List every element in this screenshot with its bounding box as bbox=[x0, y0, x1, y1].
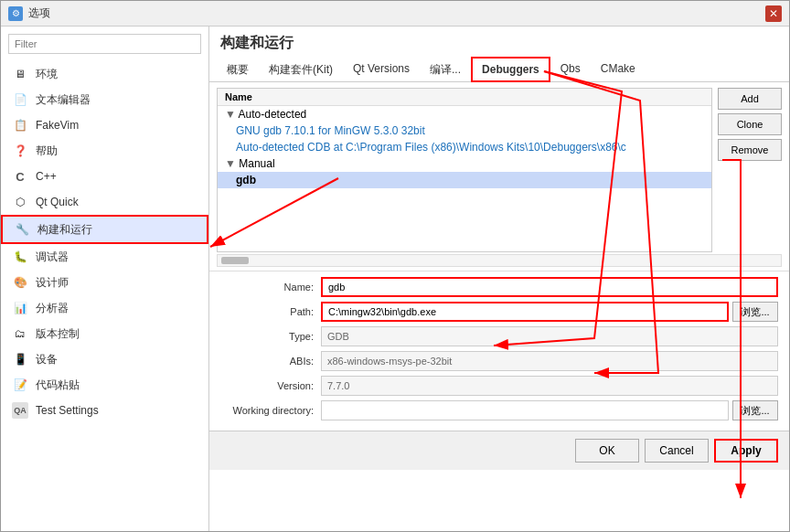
sidebar-label-designer: 设计师 bbox=[36, 275, 69, 291]
window-icon: ⚙ bbox=[8, 6, 23, 21]
path-browse-button[interactable]: 浏览... bbox=[732, 302, 778, 322]
debugger-icon: 🐛 bbox=[12, 249, 28, 265]
fakevim-icon: 📋 bbox=[12, 117, 28, 133]
name-input[interactable] bbox=[321, 277, 778, 297]
tree-row-gnu-gdb[interactable]: GNU gdb 7.10.1 for MinGW 5.3.0 32bit bbox=[218, 122, 711, 139]
sidebar-item-vcs[interactable]: 🗂 版本控制 bbox=[1, 321, 208, 346]
sidebar-item-codesnip[interactable]: 📝 代码粘贴 bbox=[1, 372, 208, 398]
h-scrollbar[interactable] bbox=[217, 254, 782, 267]
tab-kits[interactable]: 构建套件(Kit) bbox=[259, 57, 343, 82]
sidebar-label-vcs: 版本控制 bbox=[36, 326, 80, 342]
version-input bbox=[321, 376, 778, 396]
sidebar-item-testsettings[interactable]: QA Test Settings bbox=[1, 398, 208, 423]
qtquick-icon: ⬡ bbox=[12, 194, 28, 210]
window-title: 选项 bbox=[28, 5, 50, 21]
sidebar: 🖥 环境 📄 文本编辑器 📋 FakeVim ❓ 帮助 C C++ ⬡ Qt bbox=[1, 27, 209, 531]
build-icon: 🔧 bbox=[14, 221, 30, 238]
abis-input bbox=[321, 351, 778, 371]
workdir-input[interactable] bbox=[321, 400, 729, 420]
filter-input[interactable] bbox=[8, 34, 201, 54]
tree-label-manual: Manual bbox=[239, 157, 274, 170]
sidebar-item-fakevim[interactable]: 📋 FakeVim bbox=[1, 112, 208, 138]
tree-row-cdb[interactable]: Auto-detected CDB at C:\Program Files (x… bbox=[218, 139, 711, 155]
sidebar-item-debugger[interactable]: 🐛 调试器 bbox=[1, 244, 208, 270]
expand-arrow-manual: ▼ bbox=[225, 157, 239, 170]
path-label: Path: bbox=[220, 306, 321, 317]
sidebar-item-environment[interactable]: 🖥 环境 bbox=[1, 61, 208, 87]
sidebar-label-analyzer: 分析器 bbox=[36, 301, 69, 316]
type-label: Type: bbox=[220, 331, 321, 342]
form-row-path: Path: 浏览... bbox=[220, 302, 778, 322]
tree-area: Name ▼ Auto-detected GNU gdb 7.10.1 for … bbox=[217, 88, 712, 252]
sidebar-item-build[interactable]: 🔧 构建和运行 bbox=[1, 215, 208, 244]
sidebar-item-texteditor[interactable]: 📄 文本编辑器 bbox=[1, 87, 208, 112]
sidebar-item-analyzer[interactable]: 📊 分析器 bbox=[1, 295, 208, 321]
remove-button[interactable]: Remove bbox=[718, 139, 782, 161]
tree-row-autodetected[interactable]: ▼ Auto-detected bbox=[218, 106, 711, 122]
sidebar-item-help[interactable]: ❓ 帮助 bbox=[1, 138, 208, 164]
vcs-icon: 🗂 bbox=[12, 325, 28, 342]
tab-overview[interactable]: 概要 bbox=[217, 57, 259, 82]
tree-header: Name bbox=[218, 89, 711, 106]
add-button[interactable]: Add bbox=[718, 88, 782, 110]
sidebar-label-codesnip: 代码粘贴 bbox=[36, 378, 80, 393]
devices-icon: 📱 bbox=[12, 351, 28, 367]
expand-arrow-auto: ▼ bbox=[225, 108, 239, 121]
workdir-browse-button[interactable]: 浏览... bbox=[732, 400, 778, 420]
sidebar-label-texteditor: 文本编辑器 bbox=[36, 92, 91, 108]
sidebar-label-testsettings: Test Settings bbox=[36, 404, 99, 417]
sidebar-label-devices: 设备 bbox=[36, 352, 58, 367]
panel-title: 构建和运行 bbox=[209, 27, 789, 57]
sidebar-label-environment: 环境 bbox=[36, 67, 58, 82]
abis-label: ABIs: bbox=[220, 356, 321, 367]
sidebar-label-fakevim: FakeVim bbox=[36, 119, 79, 132]
tree-row-gdb[interactable]: gdb bbox=[218, 172, 711, 188]
ok-button[interactable]: OK bbox=[575, 439, 639, 463]
tab-debuggers[interactable]: Debuggers bbox=[471, 57, 550, 82]
tab-qbs[interactable]: Qbs bbox=[550, 57, 591, 82]
title-bar: ⚙ 选项 ✕ bbox=[1, 1, 789, 27]
tab-qtversions[interactable]: Qt Versions bbox=[343, 57, 420, 82]
scrollbar-thumb bbox=[221, 257, 249, 264]
tab-cmake[interactable]: CMake bbox=[591, 57, 646, 82]
version-label: Version: bbox=[220, 380, 321, 391]
tree-label-gnu-gdb: GNU gdb 7.10.1 for MinGW 5.3.0 32bit bbox=[236, 124, 425, 137]
texteditor-icon: 📄 bbox=[12, 91, 28, 108]
sidebar-label-cpp: C++ bbox=[36, 170, 57, 183]
path-input[interactable] bbox=[321, 302, 729, 322]
bottom-bar: OK Cancel Apply bbox=[209, 431, 789, 470]
tree-row-manual[interactable]: ▼ Manual bbox=[218, 155, 711, 172]
tab-bar: 概要 构建套件(Kit) Qt Versions 编译... Debuggers… bbox=[209, 57, 789, 82]
sidebar-item-cpp[interactable]: C C++ bbox=[1, 164, 208, 189]
sidebar-item-designer[interactable]: 🎨 设计师 bbox=[1, 270, 208, 295]
environment-icon: 🖥 bbox=[12, 66, 28, 82]
codesnip-icon: 📝 bbox=[12, 377, 28, 393]
clone-button[interactable]: Clone bbox=[718, 113, 782, 135]
sidebar-item-devices[interactable]: 📱 设备 bbox=[1, 346, 208, 372]
form-row-type: Type: bbox=[220, 326, 778, 346]
form-row-version: Version: bbox=[220, 376, 778, 396]
cancel-button[interactable]: Cancel bbox=[645, 439, 709, 463]
sidebar-item-qtquick[interactable]: ⬡ Qt Quick bbox=[1, 189, 208, 215]
help-icon: ❓ bbox=[12, 143, 28, 159]
tree-label-autodetected: Auto-detected bbox=[239, 108, 307, 121]
name-label: Name: bbox=[220, 282, 321, 293]
right-panel: 构建和运行 概要 构建套件(Kit) Qt Versions 编译... Deb… bbox=[209, 27, 789, 531]
workdir-label: Working directory: bbox=[220, 405, 321, 416]
apply-button[interactable]: Apply bbox=[714, 439, 778, 463]
form-area: Name: Path: 浏览... Type: ABIs: bbox=[209, 271, 789, 431]
tree-buttons: Add Clone Remove bbox=[718, 88, 782, 252]
form-row-abis: ABIs: bbox=[220, 351, 778, 371]
testsettings-icon: QA bbox=[12, 402, 28, 419]
tab-compilers[interactable]: 编译... bbox=[420, 57, 471, 82]
sidebar-label-qtquick: Qt Quick bbox=[36, 196, 79, 208]
form-row-workdir: Working directory: 浏览... bbox=[220, 400, 778, 420]
type-input bbox=[321, 326, 778, 346]
tree-section: Name ▼ Auto-detected GNU gdb 7.10.1 for … bbox=[217, 88, 782, 252]
sidebar-label-build: 构建和运行 bbox=[37, 222, 92, 238]
main-content: 🖥 环境 📄 文本编辑器 📋 FakeVim ❓ 帮助 C C++ ⬡ Qt bbox=[1, 27, 789, 531]
tree-label-gdb: gdb bbox=[236, 174, 256, 186]
close-button[interactable]: ✕ bbox=[765, 5, 782, 22]
tree-label-cdb: Auto-detected CDB at C:\Program Files (x… bbox=[236, 141, 626, 154]
analyzer-icon: 📊 bbox=[12, 300, 28, 316]
